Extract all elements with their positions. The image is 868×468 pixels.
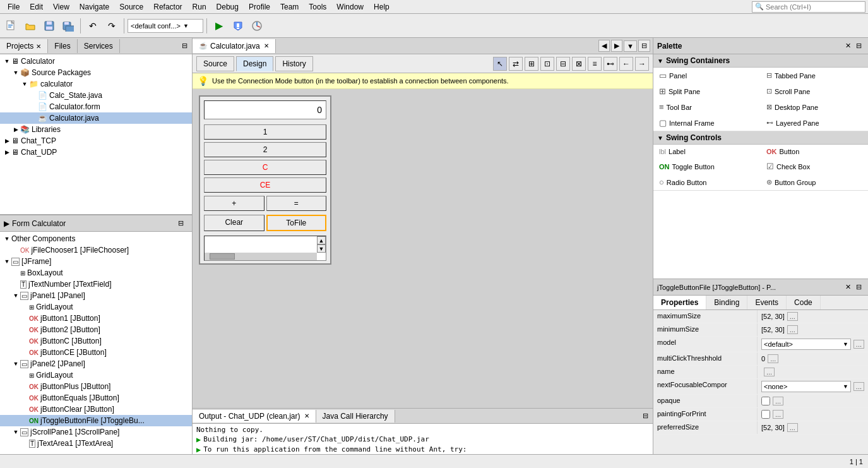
align-btn-5[interactable]: ≡: [588, 57, 602, 71]
nextfocusable-dropdown[interactable]: <none> ▼: [761, 381, 851, 392]
menu-source[interactable]: Source: [114, 1, 148, 13]
panel-restore-btn[interactable]: ⊟: [180, 41, 189, 51]
tree-arrow-calculator-pkg[interactable]: ▼: [20, 81, 29, 87]
palette-item-scroll-pane[interactable]: ⊡ Scroll Pane: [761, 83, 868, 99]
form-tree-boxlayout[interactable]: ⊞ BoxLayout: [0, 267, 192, 279]
calc-btn-c[interactable]: C: [204, 160, 326, 175]
tab-calculator-java[interactable]: ☕ Calculator.java ✕: [193, 39, 276, 53]
prop-dots-minimumSize[interactable]: ...: [787, 325, 798, 334]
menu-navigate[interactable]: Navigate: [74, 1, 114, 13]
jscrollpane-arrow[interactable]: ▼: [11, 429, 20, 435]
tab-source[interactable]: Source: [196, 56, 234, 71]
align-btn-3[interactable]: ⊟: [556, 57, 570, 71]
calc-btn-2[interactable]: 2: [204, 142, 326, 157]
align-btn-2[interactable]: ⊡: [540, 57, 554, 71]
tree-item-calculator-form[interactable]: 📄 Calculator.form: [0, 101, 192, 112]
save-all-button[interactable]: [59, 17, 77, 35]
form-panel-restore[interactable]: ⊟: [176, 219, 186, 228]
prop-val-name[interactable]: ...: [758, 366, 868, 378]
tree-arrow-source-packages[interactable]: ▼: [11, 69, 20, 76]
run-project-button[interactable]: ▶: [210, 17, 228, 35]
editor-tab-close[interactable]: ✕: [264, 42, 269, 49]
palette-item-tabbed-pane[interactable]: ⊟ Tabbed Pane: [761, 68, 868, 83]
jframe-arrow[interactable]: ▼: [3, 258, 11, 265]
prop-dots-preferredSize[interactable]: ...: [787, 423, 798, 432]
tab-output-chat-udp[interactable]: Output - Chat_UDP (clean,jar) ✕: [193, 410, 316, 423]
props-tab-events[interactable]: Events: [747, 296, 787, 309]
prop-dots-name[interactable]: ...: [764, 368, 775, 376]
output-restore-btn[interactable]: ⊟: [641, 411, 650, 421]
palette-restore[interactable]: ⊟: [853, 41, 864, 51]
menu-tools[interactable]: Tools: [304, 1, 331, 13]
debug-project-button[interactable]: [229, 17, 247, 35]
tree-arrow-libraries[interactable]: ▶: [11, 126, 20, 133]
form-tree-jbuttonclear[interactable]: OK jButtonClear [JButton]: [0, 404, 192, 415]
design-canvas[interactable]: 0 1 2 C CE +: [193, 89, 653, 408]
tree-arrow-chat-tcp[interactable]: ▶: [3, 138, 11, 144]
form-tree-jtextarea[interactable]: T jTextArea1 [JTextArea]: [0, 438, 192, 449]
undo-button[interactable]: ↶: [84, 17, 102, 35]
tree-item-calculator-pkg[interactable]: ▼ 📁 calculator: [0, 78, 192, 90]
profile-button[interactable]: [248, 17, 266, 35]
other-components-arrow[interactable]: ▼: [3, 236, 11, 242]
menu-debug[interactable]: Debug: [211, 1, 244, 13]
new-button[interactable]: [3, 17, 20, 35]
tree-item-chat-udp[interactable]: ▶ 🖥 Chat_UDP: [0, 147, 192, 158]
search-box[interactable]: 🔍: [752, 1, 865, 13]
project-tree[interactable]: ▼ 🖥 Calculator ▼ 📦 Source Packages ▼ 📁 c…: [0, 54, 192, 214]
tree-item-calculator-java[interactable]: ☕ Calculator.java: [0, 112, 192, 124]
palette-item-button[interactable]: OK Button: [761, 145, 868, 159]
nav-list-btn[interactable]: ▼: [624, 40, 637, 52]
tree-arrow-calculator[interactable]: ▼: [3, 58, 11, 64]
palette-item-desktop-pane[interactable]: ⊠ Desktop Pane: [761, 99, 868, 115]
nav-fwd-btn[interactable]: →: [635, 57, 649, 71]
tab-design[interactable]: Design: [236, 56, 273, 71]
save-button[interactable]: [40, 17, 58, 35]
form-tree-other-components[interactable]: ▼ Other Components: [0, 233, 192, 244]
form-tree-gridlayout1[interactable]: ⊞ GridLayout: [0, 301, 192, 313]
form-tree-jbuttonc[interactable]: OK jButtonC [JButton]: [0, 335, 192, 347]
palette-item-label[interactable]: lbl Label: [653, 145, 761, 159]
output-tab-close[interactable]: ✕: [304, 412, 309, 419]
menu-window[interactable]: Window: [331, 1, 369, 13]
opaque-checkbox[interactable]: [761, 397, 770, 405]
prop-dots-multiClickThreshhold[interactable]: ...: [768, 354, 778, 363]
calc-btn-clear[interactable]: Clear: [204, 215, 265, 231]
palette-item-split-pane[interactable]: ⊞ Split Pane: [653, 83, 761, 99]
props-panel-restore[interactable]: ⊟: [853, 282, 864, 292]
nav-restore-btn[interactable]: ⊟: [638, 40, 650, 52]
props-tab-binding[interactable]: Binding: [706, 296, 747, 309]
config-dropdown[interactable]: <default conf...> ▼: [128, 19, 203, 33]
prop-dots-maximumSize[interactable]: ...: [787, 312, 798, 321]
palette-item-toggle-button[interactable]: ON Toggle Button: [653, 159, 761, 174]
menu-edit[interactable]: Edit: [25, 1, 48, 13]
jpanel2-arrow[interactable]: ▼: [11, 361, 20, 367]
palette-item-tool-bar[interactable]: ≡ Tool Bar: [653, 99, 761, 115]
tree-item-libraries[interactable]: ▶ 📚 Libraries: [0, 124, 192, 135]
palette-close[interactable]: ✕: [843, 41, 853, 51]
tree-item-calc-state[interactable]: 📄 Calc_State.java: [0, 90, 192, 101]
palette-item-radio-button[interactable]: ○ Radio Button: [653, 174, 761, 190]
align-btn-4[interactable]: ⊠: [572, 57, 586, 71]
form-tree-jtextnumber[interactable]: T jTextNumber [JTextField]: [0, 279, 192, 290]
jpanel1-arrow[interactable]: ▼: [11, 292, 20, 299]
prop-val-preferredSize[interactable]: [52, 30] ...: [758, 421, 868, 434]
menu-profile[interactable]: Profile: [244, 1, 275, 13]
prop-val-maximumSize[interactable]: [52, 30] ...: [758, 310, 868, 323]
prop-val-model[interactable]: <default> ▼ ...: [758, 337, 868, 352]
align-btn-6[interactable]: ⊷: [603, 57, 617, 71]
menu-team[interactable]: Team: [275, 1, 304, 13]
tree-arrow-chat-udp[interactable]: ▶: [3, 149, 11, 155]
form-tree-jbutton1[interactable]: OK jButton1 [JButton]: [0, 313, 192, 324]
form-tree-jbuttonce[interactable]: OK jButtonCE [JButton]: [0, 347, 192, 358]
prop-val-minimumSize[interactable]: [52, 30] ...: [758, 323, 868, 336]
search-input[interactable]: [766, 3, 860, 11]
palette-item-panel[interactable]: ▭ Panel: [653, 68, 761, 83]
redo-button[interactable]: ↷: [103, 17, 121, 35]
form-tree-jpanel1[interactable]: ▼ ▭ jPanel1 [JPanel]: [0, 290, 192, 301]
tree-item-source-packages[interactable]: ▼ 📦 Source Packages: [0, 67, 192, 78]
palette-section-swing-containers[interactable]: ▼ Swing Containers: [653, 54, 868, 68]
form-tree-jbuttonequals[interactable]: OK jButtonEquals [JButton]: [0, 392, 192, 404]
form-tree-jbuttonplus[interactable]: OK jButtonPlus [JButton]: [0, 381, 192, 392]
props-panel-close[interactable]: ✕: [843, 282, 853, 292]
